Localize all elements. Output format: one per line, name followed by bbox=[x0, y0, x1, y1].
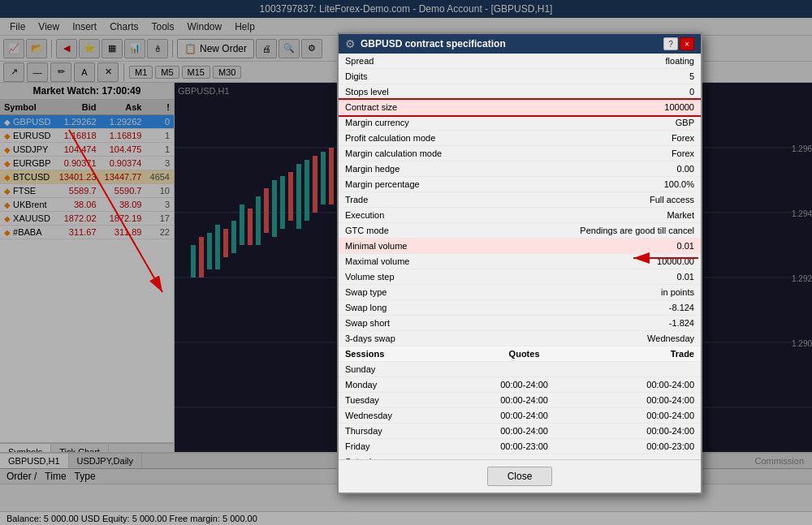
spec-value: -1.824 bbox=[556, 316, 701, 331]
spec-row: Profit calculation mode Forex bbox=[339, 131, 701, 146]
session-row: Thursday 00:00-24:00 00:00-24:00 bbox=[339, 424, 701, 439]
spec-row: Minimal volume 0.01 bbox=[339, 239, 701, 254]
spec-label: Stops level bbox=[339, 84, 556, 100]
session-row: Monday 00:00-24:00 00:00-24:00 bbox=[339, 377, 701, 393]
session-row: Tuesday 00:00-24:00 00:00-24:00 bbox=[339, 393, 701, 408]
spec-row: Maximal volume 10000.00 bbox=[339, 254, 701, 269]
modal-close-x-button[interactable]: × bbox=[680, 37, 694, 50]
spec-value: Full access bbox=[556, 192, 701, 208]
spec-label: Volume step bbox=[339, 269, 556, 285]
spec-row: Swap type in points bbox=[339, 285, 701, 300]
session-quotes: 00:00-24:00 bbox=[465, 393, 583, 408]
modal-title: GBPUSD contract specification bbox=[361, 38, 506, 49]
spec-label: Swap long bbox=[339, 300, 556, 316]
session-day: Tuesday bbox=[339, 393, 465, 408]
sessions-table: Sessions Quotes Trade Sunday Monday 00:0… bbox=[339, 346, 701, 459]
spec-row: Spread floating bbox=[339, 54, 701, 69]
session-quotes: 00:00-24:00 bbox=[465, 408, 583, 424]
spec-label: Contract size bbox=[339, 100, 556, 115]
session-trade: 00:00-24:00 bbox=[583, 408, 701, 424]
spec-value: 100.0% bbox=[556, 177, 701, 192]
modal-footer: Close bbox=[339, 459, 701, 493]
spec-label: Trade bbox=[339, 192, 556, 208]
spec-value: 0 bbox=[556, 84, 701, 100]
spec-label: Margin hedge bbox=[339, 161, 556, 177]
spec-value: -8.124 bbox=[556, 300, 701, 316]
spec-value: Pendings are good till cancel bbox=[556, 223, 701, 239]
spec-value: Wednesday bbox=[556, 331, 701, 346]
quotes-col-label: Quotes bbox=[465, 346, 583, 362]
session-row: Friday 00:00-23:00 00:00-23:00 bbox=[339, 439, 701, 454]
session-trade: 00:00-24:00 bbox=[583, 393, 701, 408]
spec-value: floating bbox=[556, 54, 701, 69]
modal-controls: ? × bbox=[663, 37, 694, 50]
spec-label: Swap short bbox=[339, 316, 556, 331]
spec-value: Forex bbox=[556, 146, 701, 161]
session-day: Friday bbox=[339, 439, 465, 454]
spec-value: in points bbox=[556, 285, 701, 300]
spec-label: Swap type bbox=[339, 285, 556, 300]
spec-label: Spread bbox=[339, 54, 556, 69]
spec-row: Margin hedge 0.00 bbox=[339, 161, 701, 177]
spec-row: Swap long -8.124 bbox=[339, 300, 701, 316]
spec-value: Market bbox=[556, 208, 701, 223]
spec-value: Forex bbox=[556, 131, 701, 146]
modal-help-button[interactable]: ? bbox=[663, 37, 678, 50]
spec-row: Margin calculation mode Forex bbox=[339, 146, 701, 161]
session-row: Wednesday 00:00-24:00 00:00-24:00 bbox=[339, 408, 701, 424]
session-day: Wednesday bbox=[339, 408, 465, 424]
session-quotes bbox=[465, 362, 583, 377]
modal-close-button[interactable]: Close bbox=[487, 467, 553, 486]
session-day: Sunday bbox=[339, 362, 465, 377]
spec-value: 5 bbox=[556, 69, 701, 84]
trade-col-label: Trade bbox=[583, 346, 701, 362]
spec-row: Margin currency GBP bbox=[339, 115, 701, 131]
spec-label: Minimal volume bbox=[339, 239, 556, 254]
session-quotes: 00:00-24:00 bbox=[465, 424, 583, 439]
session-day: Thursday bbox=[339, 424, 465, 439]
spec-row: 3-days swap Wednesday bbox=[339, 331, 701, 346]
spec-value: 0.01 bbox=[556, 269, 701, 285]
session-quotes: 00:00-24:00 bbox=[465, 377, 583, 393]
session-day: Monday bbox=[339, 377, 465, 393]
spec-value: 100000 bbox=[556, 100, 701, 115]
spec-row: Execution Market bbox=[339, 208, 701, 223]
spec-row: Volume step 0.01 bbox=[339, 269, 701, 285]
spec-label: Margin calculation mode bbox=[339, 146, 556, 161]
spec-label: Maximal volume bbox=[339, 254, 556, 269]
spec-label: GTC mode bbox=[339, 223, 556, 239]
session-row: Sunday bbox=[339, 362, 701, 377]
session-trade: 00:00-23:00 bbox=[583, 439, 701, 454]
spec-label: 3-days swap bbox=[339, 331, 556, 346]
spec-label: Profit calculation mode bbox=[339, 131, 556, 146]
session-trade: 00:00-24:00 bbox=[583, 377, 701, 393]
spec-value: 0.00 bbox=[556, 161, 701, 177]
spec-row: Margin percentage 100.0% bbox=[339, 177, 701, 192]
sessions-header-row: Sessions Quotes Trade bbox=[339, 346, 701, 362]
contract-spec-modal: ⚙ GBPUSD contract specification ? × Spre… bbox=[337, 32, 702, 494]
sessions-col-label: Sessions bbox=[339, 346, 465, 362]
modal-scroll-area[interactable]: Spread floating Digits 5 Stops level 0 C… bbox=[339, 54, 701, 459]
spec-label: Digits bbox=[339, 69, 556, 84]
modal-icon: ⚙ bbox=[345, 37, 356, 50]
spec-table: Spread floating Digits 5 Stops level 0 C… bbox=[339, 54, 701, 346]
spec-row: Digits 5 bbox=[339, 69, 701, 84]
spec-row: Trade Full access bbox=[339, 192, 701, 208]
spec-label: Margin percentage bbox=[339, 177, 556, 192]
spec-value: 10000.00 bbox=[556, 254, 701, 269]
spec-value: GBP bbox=[556, 115, 701, 131]
session-trade bbox=[583, 362, 701, 377]
modal-titlebar: ⚙ GBPUSD contract specification ? × bbox=[339, 34, 701, 54]
spec-label: Margin currency bbox=[339, 115, 556, 131]
spec-value: 0.01 bbox=[556, 239, 701, 254]
spec-row: Stops level 0 bbox=[339, 84, 701, 100]
session-trade: 00:00-24:00 bbox=[583, 424, 701, 439]
spec-row: Swap short -1.824 bbox=[339, 316, 701, 331]
session-quotes: 00:00-23:00 bbox=[465, 439, 583, 454]
spec-label: Execution bbox=[339, 208, 556, 223]
spec-row: GTC mode Pendings are good till cancel bbox=[339, 223, 701, 239]
spec-row: Contract size 100000 bbox=[339, 100, 701, 115]
